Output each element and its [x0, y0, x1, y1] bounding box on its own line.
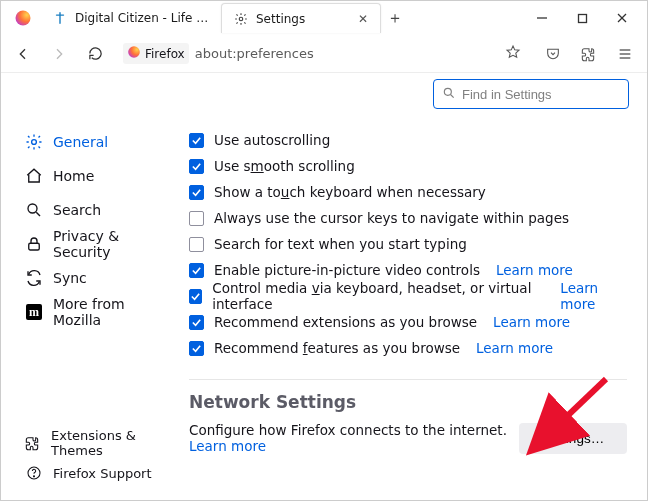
tab-settings[interactable]: Settings ✕: [221, 3, 381, 33]
checkbox-icon[interactable]: [189, 289, 202, 304]
close-window-button[interactable]: [603, 3, 641, 33]
home-icon: [25, 167, 43, 185]
sidebar-item-label: More from Mozilla: [53, 296, 177, 328]
sidebar-item-mozilla[interactable]: m More from Mozilla: [17, 295, 185, 329]
checkbox-icon[interactable]: [189, 211, 204, 226]
sidebar-item-label: Home: [53, 168, 94, 184]
option-label: Control media via keyboard, headset, or …: [212, 280, 544, 312]
back-button[interactable]: [9, 40, 37, 68]
sidebar-item-extensions[interactable]: Extensions & Themes: [17, 428, 185, 458]
learn-more-link[interactable]: Learn more: [476, 340, 553, 356]
sidebar-item-sync[interactable]: Sync: [17, 261, 185, 295]
option-label: Recommend features as you browse: [214, 340, 460, 356]
forward-button[interactable]: [45, 40, 73, 68]
network-settings-title: Network Settings: [189, 392, 627, 412]
settings-panel: Use autoscrolling Use smooth scrolling S…: [185, 73, 647, 500]
checkbox-icon[interactable]: [189, 133, 204, 148]
checkbox-icon[interactable]: [189, 341, 204, 356]
sidebar-item-general[interactable]: General: [17, 125, 185, 159]
option-media-control[interactable]: Control media via keyboard, headset, or …: [189, 283, 627, 309]
sidebar-item-label: Privacy & Security: [53, 228, 177, 260]
settings-search-wrap: [433, 79, 629, 109]
option-label: Recommend extensions as you browse: [214, 314, 477, 330]
maximize-button[interactable]: [563, 3, 601, 33]
identity-chip[interactable]: Firefox: [123, 43, 189, 64]
svg-line-14: [36, 212, 40, 216]
network-description: Configure how Firefox connects to the in…: [189, 422, 507, 454]
help-icon: [25, 464, 43, 482]
checkbox-icon[interactable]: [189, 185, 204, 200]
identity-label: Firefox: [145, 47, 185, 61]
sidebar-bottom: Extensions & Themes Firefox Support: [17, 428, 185, 500]
option-autoscrolling[interactable]: Use autoscrolling: [189, 127, 627, 153]
svg-point-1: [239, 17, 243, 21]
option-cursor-keys[interactable]: Always use the cursor keys to navigate w…: [189, 205, 627, 231]
tab-label: Digital Citizen - Life in a digital: [75, 11, 209, 25]
firefox-app-icon: [13, 8, 33, 28]
option-search-text[interactable]: Search for text when you start typing: [189, 231, 627, 257]
address-bar[interactable]: Firefox about:preferences: [117, 39, 531, 69]
settings-sidebar: General Home Search Privacy & Security S…: [1, 73, 185, 500]
puzzle-icon: [25, 434, 41, 452]
gear-icon: [25, 133, 43, 151]
pocket-icon[interactable]: [539, 40, 567, 68]
learn-more-link[interactable]: Learn more: [189, 438, 266, 454]
svg-rect-3: [578, 14, 586, 22]
network-settings-button[interactable]: Settings…: [519, 423, 627, 454]
option-label: Show a touch keyboard when necessary: [214, 184, 486, 200]
option-touch-keyboard[interactable]: Show a touch keyboard when necessary: [189, 179, 627, 205]
settings-search-input[interactable]: [462, 87, 620, 102]
bookmark-star-icon[interactable]: [505, 44, 521, 63]
url-text: about:preferences: [195, 46, 314, 61]
extensions-icon[interactable]: [575, 40, 603, 68]
tab-digital-citizen[interactable]: Digital Citizen - Life in a digital: [41, 3, 221, 33]
nav-toolbar: Firefox about:preferences: [1, 35, 647, 73]
checkbox-icon[interactable]: [189, 159, 204, 174]
minimize-button[interactable]: [523, 3, 561, 33]
svg-point-17: [33, 476, 34, 477]
learn-more-link[interactable]: Learn more: [560, 280, 627, 312]
firefox-icon: [127, 45, 141, 62]
checkbox-icon[interactable]: [189, 263, 204, 278]
option-recommend-features[interactable]: Recommend features as you browse Learn m…: [189, 335, 627, 361]
sidebar-item-privacy[interactable]: Privacy & Security: [17, 227, 185, 261]
option-recommend-extensions[interactable]: Recommend extensions as you browse Learn…: [189, 309, 627, 335]
reload-button[interactable]: [81, 40, 109, 68]
svg-point-0: [16, 11, 31, 26]
sidebar-item-label: Search: [53, 202, 101, 218]
svg-point-13: [28, 204, 37, 213]
window-controls: [523, 3, 641, 33]
svg-point-6: [128, 46, 140, 58]
close-icon[interactable]: ✕: [358, 12, 368, 26]
titlebar: Digital Citizen - Life in a digital Sett…: [1, 1, 647, 35]
sidebar-item-label: General: [53, 134, 108, 150]
checkbox-icon[interactable]: [189, 237, 204, 252]
svg-line-11: [451, 94, 454, 97]
network-settings-row: Configure how Firefox connects to the in…: [189, 422, 627, 454]
sidebar-item-support[interactable]: Firefox Support: [17, 458, 185, 488]
option-smooth-scrolling[interactable]: Use smooth scrolling: [189, 153, 627, 179]
sidebar-item-home[interactable]: Home: [17, 159, 185, 193]
sidebar-item-label: Firefox Support: [53, 466, 152, 481]
new-tab-button[interactable]: ＋: [381, 4, 409, 32]
svg-rect-15: [29, 243, 40, 250]
learn-more-link[interactable]: Learn more: [496, 262, 573, 278]
settings-search[interactable]: [433, 79, 629, 109]
tab-strip: Digital Citizen - Life in a digital Sett…: [41, 3, 523, 33]
option-label: Use smooth scrolling: [214, 158, 355, 174]
option-label: Search for text when you start typing: [214, 236, 467, 252]
learn-more-link[interactable]: Learn more: [493, 314, 570, 330]
checkbox-icon[interactable]: [189, 315, 204, 330]
sidebar-item-label: Extensions & Themes: [51, 428, 177, 458]
site-icon: [53, 11, 67, 25]
sidebar-item-search[interactable]: Search: [17, 193, 185, 227]
option-label: Always use the cursor keys to navigate w…: [214, 210, 569, 226]
sidebar-item-label: Sync: [53, 270, 87, 286]
section-divider: [189, 379, 627, 380]
search-icon: [442, 86, 456, 103]
app-menu-icon[interactable]: [611, 40, 639, 68]
option-label: Enable picture-in-picture video controls: [214, 262, 480, 278]
search-icon: [25, 201, 43, 219]
sync-icon: [25, 269, 43, 287]
lock-icon: [25, 235, 43, 253]
